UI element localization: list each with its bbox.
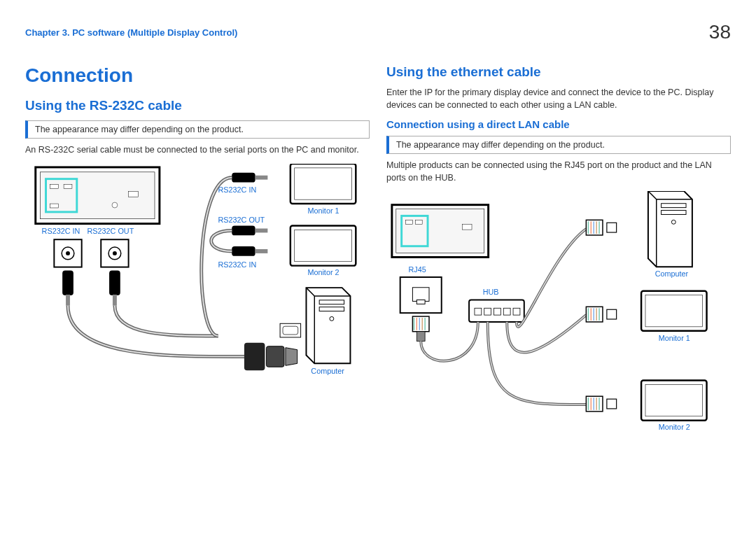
svg-rect-87 [645, 385, 703, 416]
svg-rect-53 [416, 332, 425, 342]
svg-rect-41 [406, 220, 413, 224]
svg-rect-47 [412, 316, 429, 332]
body-ethernet-1: Enter the IP for the primary display dev… [386, 87, 731, 111]
jack-m2-in-icon [232, 246, 267, 256]
rj45-socket-computer-icon [607, 223, 617, 232]
svg-rect-6 [129, 191, 139, 197]
svg-rect-4 [64, 184, 72, 188]
svg-rect-26 [232, 246, 255, 256]
svg-rect-57 [494, 308, 501, 315]
label-computer-right: Computer [655, 269, 689, 278]
svg-point-13 [113, 251, 117, 255]
lan-monitor-back-icon [392, 205, 489, 258]
svg-rect-18 [244, 342, 265, 370]
svg-point-10 [66, 251, 70, 255]
svg-rect-60 [586, 220, 603, 235]
jack-m1-in-icon [232, 172, 267, 182]
label-lan-monitor2: Monitor 2 [659, 423, 690, 431]
monitor1-icon [290, 164, 356, 204]
rj45-socket-m1-icon [607, 309, 617, 319]
body-rs232c: An RS-232C serial cable must be connecte… [25, 144, 370, 157]
label-rs232c-in-2: RS232C IN [218, 185, 257, 194]
jack-in-icon [62, 270, 74, 305]
svg-rect-35 [319, 300, 344, 304]
svg-rect-72 [586, 396, 603, 412]
svg-rect-3 [50, 184, 58, 188]
label-hub: HUB [483, 288, 499, 296]
svg-rect-45 [412, 288, 429, 302]
lan-monitor2-icon [641, 381, 706, 421]
hub-icon [469, 300, 524, 321]
section-lan: Connection using a direct LAN cable [386, 118, 731, 130]
monitor-back-icon [36, 167, 160, 223]
svg-rect-19 [266, 346, 284, 367]
label-rs232c-in-3: RS232C IN [218, 260, 257, 268]
svg-rect-16 [109, 270, 120, 295]
rj45-plug-m2-icon [586, 396, 603, 412]
svg-rect-14 [62, 270, 74, 295]
lan-computer-icon [648, 191, 692, 267]
rj45-socket-m2-icon [607, 399, 617, 409]
rj45-port-icon [400, 277, 442, 313]
label-lan-monitor1: Monitor 1 [659, 334, 690, 342]
jack-out-icon [109, 270, 120, 305]
body-ethernet-2: Multiple products can be connected using… [386, 160, 731, 184]
svg-rect-23 [255, 175, 268, 179]
rj45-plug-computer-icon [586, 220, 603, 235]
svg-point-83 [671, 220, 676, 224]
page-title: Connection [25, 64, 370, 87]
chapter-label: Chapter 3. PC software (Multiple Display… [25, 27, 237, 38]
left-column: Connection Using the RS-232C cable The a… [25, 64, 370, 446]
page-number: 38 [709, 21, 731, 43]
jack-m2-out-icon [232, 225, 267, 235]
port-in-icon [54, 239, 81, 267]
svg-rect-58 [503, 308, 510, 315]
svg-rect-43 [462, 224, 472, 230]
monitor2-icon [290, 225, 356, 265]
db9-port-icon [280, 323, 301, 337]
port-out-icon [101, 239, 128, 267]
svg-rect-22 [232, 172, 255, 182]
rj45-plug-m1-icon [586, 307, 603, 322]
svg-rect-25 [255, 228, 268, 232]
svg-rect-31 [295, 230, 352, 261]
svg-point-7 [112, 202, 118, 208]
svg-rect-24 [232, 225, 255, 235]
svg-rect-21 [283, 326, 298, 335]
note-rs232c: The appearance may differ depending on t… [25, 120, 370, 139]
db9-connector-icon [244, 342, 298, 370]
svg-rect-15 [66, 294, 70, 305]
label-rs232c-out-1: RS232C OUT [88, 227, 134, 235]
svg-rect-46 [416, 300, 425, 304]
svg-rect-55 [475, 308, 482, 315]
svg-rect-5 [50, 204, 58, 208]
svg-rect-85 [645, 295, 703, 327]
label-rs232c-out-2: RS232C OUT [218, 215, 265, 223]
lan-monitor1-icon [641, 291, 706, 331]
svg-rect-36 [319, 307, 344, 311]
svg-rect-29 [295, 167, 352, 199]
svg-rect-27 [255, 249, 268, 253]
diagram-rs232c: RS232C IN RS232C OUT [25, 164, 370, 391]
svg-rect-59 [513, 308, 520, 315]
svg-rect-42 [415, 220, 422, 224]
svg-rect-81 [662, 204, 686, 208]
section-ethernet: Using the ethernet cable [386, 64, 731, 80]
label-monitor2: Monitor 2 [307, 268, 339, 276]
rj45-plug-icon [412, 316, 429, 341]
note-lan: The appearance may differ depending on t… [386, 136, 731, 154]
svg-rect-66 [586, 307, 603, 322]
svg-rect-56 [484, 308, 491, 315]
label-monitor1: Monitor 1 [307, 206, 339, 214]
label-rj45: RJ45 [408, 265, 426, 274]
computer-icon [306, 288, 350, 363]
svg-rect-82 [662, 211, 686, 215]
svg-rect-17 [113, 294, 117, 305]
svg-point-37 [330, 316, 334, 321]
label-rs232c-in-1: RS232C IN [42, 227, 80, 235]
section-rs232c: Using the RS-232C cable [25, 98, 370, 113]
label-computer-left: Computer [311, 367, 344, 375]
diagram-lan: RJ45 HUB [386, 191, 731, 446]
right-column: Using the ethernet cable Enter the IP fo… [386, 64, 731, 446]
